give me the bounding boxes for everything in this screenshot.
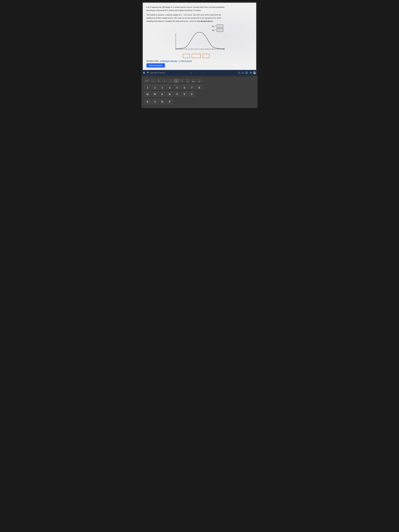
key-3[interactable]: # 3 <box>159 84 166 90</box>
key-r[interactable]: R <box>166 91 173 98</box>
f6-key[interactable]: F6⇔ <box>179 79 185 83</box>
key-s[interactable]: S <box>152 99 158 105</box>
message-icon: ✉ <box>160 60 161 62</box>
keyboard-area: ESC F1? F2✳ F3✳ F4⬚ F5☀ F6⇔ F7⏮ F8▶⏸ F9⏭… <box>141 77 258 108</box>
f9-key[interactable]: F9⏭ <box>197 79 202 83</box>
message-instructor-text: Message instructor <box>162 60 177 62</box>
fn-key-row: ESC F1? F2✳ F3✳ F4⬚ F5☀ F6⇔ F7⏮ F8▶⏸ F9⏭ <box>144 79 255 83</box>
question-help-row: Question Help: ✉ Message instructor ◯ Po… <box>146 60 253 62</box>
taskbar-icons-group: ⊡ 🗂 🌐 🖥 <box>238 71 256 74</box>
key-8[interactable]: * 8 <box>196 84 203 90</box>
windows-start-button[interactable]: ⊞ <box>143 71 145 74</box>
f4-key[interactable]: F4⬚ <box>168 79 173 83</box>
screen-content: Let X represent the full length of a cer… <box>143 3 256 70</box>
taskview-icon[interactable]: ⊡ <box>238 71 240 74</box>
key-4[interactable]: $ 4 <box>166 84 173 90</box>
key-w[interactable]: W <box>152 91 158 98</box>
axis-box-2[interactable] <box>192 54 201 58</box>
key-a[interactable]: A <box>144 99 151 105</box>
file-explorer-icon[interactable]: 🗂 <box>241 71 244 74</box>
mu-formula: μx̄ = <box>212 25 223 28</box>
bell-curve-svg-container <box>173 31 226 55</box>
key-2[interactable]: # 2 @ <box>152 84 158 90</box>
message-instructor-link[interactable]: ✉ Message instructor <box>160 60 177 62</box>
search-icon: 🔍 <box>147 72 149 74</box>
problem-text-1: Let X represent the full length of a cer… <box>146 6 253 12</box>
screen-bezel: Let X represent the full length of a cer… <box>141 1 258 70</box>
search-placeholder-text: Type here to search <box>150 72 165 74</box>
f1-key[interactable]: F1? <box>150 79 156 83</box>
taskbar: ⊞ 🔍 Type here to search ○ ⊡ 🗂 🌐 🖥 <box>141 70 258 76</box>
key-y[interactable]: Y <box>181 91 188 98</box>
key-u[interactable]: U <box>188 91 195 98</box>
key-5[interactable]: % 5 <box>174 84 181 90</box>
axis-box-3[interactable] <box>203 54 209 58</box>
forum-icon: ◯ <box>178 60 181 62</box>
asdf-key-row: A S D F <box>144 99 255 105</box>
bell-curve-area: μx̄ = σx̄ = <box>146 25 253 58</box>
chrome-icon[interactable] <box>253 71 256 74</box>
f8-key[interactable]: F8▶⏸ <box>191 79 196 83</box>
f7-key[interactable]: F7⏮ <box>185 79 190 83</box>
laptop-hinge <box>141 76 258 77</box>
post-to-forum-link[interactable]: ◯ Post to forum <box>178 60 192 62</box>
key-t[interactable]: T <box>174 91 181 98</box>
key-d[interactable]: D <box>159 99 166 105</box>
key-e[interactable]: E <box>159 91 166 98</box>
key-7[interactable]: & 7 <box>188 84 195 90</box>
esc-key[interactable]: ESC <box>144 79 150 83</box>
app-icon-1[interactable]: 🖥 <box>249 71 252 74</box>
f2-key[interactable]: F2✳ <box>156 79 162 83</box>
key-6[interactable]: ^ 6 <box>181 84 188 90</box>
key-f[interactable]: F <box>166 99 173 105</box>
taskbar-search-bar[interactable]: 🔍 Type here to search <box>147 72 189 74</box>
post-to-forum-text: Post to forum <box>181 60 192 62</box>
cortana-button[interactable]: ○ <box>190 71 192 74</box>
number-key-row: ! 1 @ # 2 @ # 3 $ 4 % 5 ^ <box>144 84 255 90</box>
key-q[interactable]: Q <box>144 91 151 98</box>
problem-text-2: You intend to measure a random sample of… <box>146 13 253 23</box>
f3-key[interactable]: F3✳ <box>162 79 167 83</box>
axis-box-1[interactable] <box>183 54 190 58</box>
f5-key[interactable]: F5☀ <box>174 79 179 83</box>
edge-icon[interactable]: 🌐 <box>245 71 248 74</box>
question-help-label: Question Help: <box>146 60 159 62</box>
qwerty-key-row: Q W E R T Y U <box>144 91 255 98</box>
axis-inputs-row <box>183 54 209 58</box>
submit-question-button[interactable]: Submit Question <box>146 63 165 68</box>
mu-label: μx̄ = <box>212 25 216 28</box>
mu-input-box[interactable] <box>217 25 223 28</box>
key-1[interactable]: ! 1 @ <box>144 84 151 90</box>
